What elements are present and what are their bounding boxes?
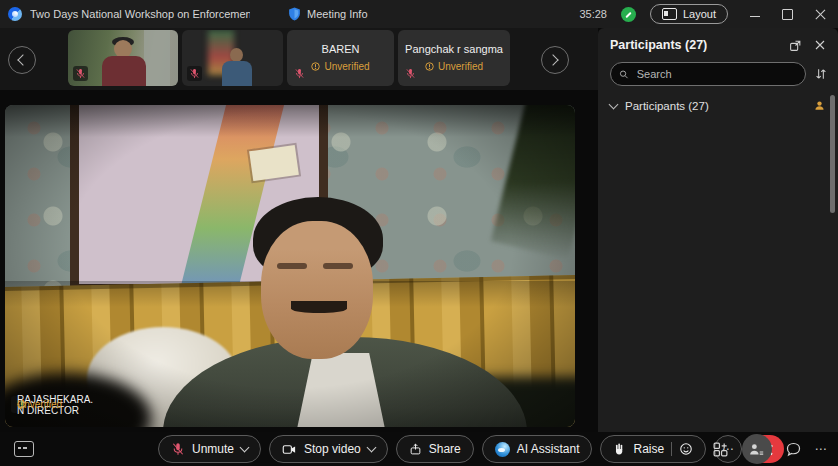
- divider: [671, 442, 672, 456]
- muted-mic-icon: [73, 66, 88, 81]
- panel-title: Participants (27): [610, 38, 707, 52]
- video-vignette: [5, 105, 575, 427]
- video-thumbnail-2[interactable]: [182, 30, 283, 86]
- meeting-info-button[interactable]: Meeting Info: [288, 7, 368, 21]
- meeting-timer: 35:28: [579, 8, 607, 20]
- ai-assistant-label: AI Assistant: [517, 442, 580, 456]
- more-controls-button[interactable]: ⋯: [815, 442, 829, 456]
- titlebar: Two Days National Workshop on Enforcemen…: [0, 0, 838, 28]
- video-thumbnail-pangchak[interactable]: Pangchak r sangma Unverified: [398, 30, 510, 86]
- layout-button[interactable]: Layout: [650, 4, 728, 24]
- filmstrip-prev-button[interactable]: [8, 46, 36, 74]
- info-icon: [425, 62, 434, 71]
- shield-icon: [288, 7, 301, 21]
- panel-scrollbar[interactable]: [830, 95, 835, 213]
- muted-mic-icon: [171, 442, 185, 456]
- chevron-right-icon: [547, 54, 558, 65]
- close-panel-icon[interactable]: [814, 39, 826, 51]
- chevron-down-icon[interactable]: [240, 443, 250, 453]
- reactions-smiley-icon[interactable]: [679, 442, 693, 456]
- participant-search[interactable]: [610, 62, 806, 86]
- raise-hand-button[interactable]: Raise: [600, 435, 706, 463]
- share-button[interactable]: Share: [396, 435, 474, 463]
- layout-grid-icon: [662, 8, 677, 20]
- main-video-active-speaker[interactable]: RAJASHEKARA. N DIRECTOR · Unverified: [5, 105, 575, 427]
- participants-panel: Participants (27): [598, 28, 838, 432]
- layout-label: Layout: [683, 8, 716, 20]
- raise-label: Raise: [633, 442, 664, 456]
- search-input[interactable]: [635, 67, 797, 81]
- closed-captions-icon[interactable]: [14, 441, 34, 457]
- camera-icon: [282, 443, 297, 456]
- meeting-info-label: Meeting Info: [307, 8, 368, 20]
- share-icon: [409, 442, 422, 456]
- chevron-left-icon: [17, 54, 28, 65]
- connection-status-icon[interactable]: [621, 7, 636, 22]
- hand-icon: [613, 442, 626, 456]
- stop-video-label: Stop video: [304, 442, 361, 456]
- chevron-down-icon[interactable]: [366, 443, 376, 453]
- share-label: Share: [429, 442, 461, 456]
- stop-video-button[interactable]: Stop video: [269, 435, 388, 463]
- thumb1-background: [144, 30, 170, 86]
- section-label: Participants (27): [625, 100, 709, 112]
- close-window-button[interactable]: [815, 9, 826, 20]
- muted-mic-icon: [292, 66, 307, 81]
- minimize-button[interactable]: [750, 16, 760, 17]
- maximize-button[interactable]: [782, 9, 793, 20]
- unmute-button[interactable]: Unmute: [158, 435, 261, 463]
- raised-hand-icon: [813, 99, 826, 112]
- thumb1-person-torso: [102, 56, 146, 86]
- video-thumbnail-1[interactable]: [68, 30, 178, 86]
- sort-participants-icon[interactable]: [814, 67, 828, 81]
- unmute-label: Unmute: [192, 442, 234, 456]
- chat-button[interactable]: [785, 441, 802, 458]
- participants-section-header[interactable]: Participants (27): [598, 92, 838, 117]
- filmstrip-next-button[interactable]: [541, 46, 569, 74]
- control-bar: Unmute Stop video Share AI: [0, 432, 838, 466]
- apps-grid-icon: [712, 441, 729, 458]
- ellipsis-icon: ⋯: [815, 442, 829, 456]
- thumbnail-name: Pangchak r sangma: [398, 43, 510, 55]
- thumbnail-name: BAREN: [287, 43, 394, 55]
- filmstrip: BAREN Unverified Pangchak r sangma Unver…: [0, 28, 598, 90]
- active-speaker-name-tag: RAJASHEKARA. N DIRECTOR · Unverified: [11, 396, 25, 413]
- video-thumbnail-baren[interactable]: BAREN Unverified: [287, 30, 394, 86]
- webex-window: Two Days National Workshop on Enforcemen…: [0, 0, 838, 466]
- info-icon: [311, 62, 320, 71]
- muted-mic-icon: [187, 66, 202, 81]
- thumb2-person-head: [230, 48, 243, 62]
- participants-panel-button[interactable]: [742, 434, 772, 464]
- search-icon: [619, 69, 629, 80]
- apps-button[interactable]: [712, 441, 729, 458]
- chat-bubble-icon: [785, 441, 802, 458]
- ai-assistant-button[interactable]: AI Assistant: [482, 435, 593, 463]
- muted-mic-icon: [403, 66, 418, 81]
- ai-assistant-icon: [495, 442, 510, 457]
- pop-out-panel-icon[interactable]: [789, 39, 802, 52]
- chevron-down-icon: [609, 100, 619, 110]
- meeting-title: Two Days National Workshop on Enforcemen…: [30, 8, 250, 20]
- thumb2-person-torso: [222, 61, 252, 86]
- participants-icon: [748, 441, 765, 458]
- webex-logo-icon: [8, 7, 22, 21]
